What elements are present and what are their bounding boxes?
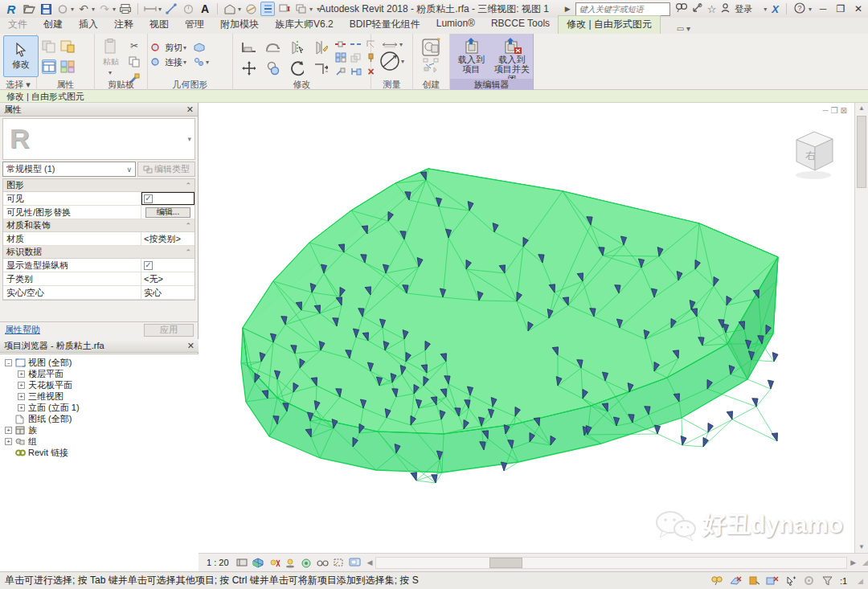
- switch-windows-icon[interactable]: [294, 2, 309, 16]
- signin-label[interactable]: 登录: [735, 3, 752, 15]
- edit-button[interactable]: 编辑...: [145, 207, 190, 218]
- communication-center-icon[interactable]: [692, 3, 702, 15]
- load-into-project-close-button[interactable]: 载入到 项目并关闭: [494, 37, 530, 84]
- selection-filter-icon[interactable]: [821, 575, 834, 587]
- horizontal-scrollbar[interactable]: [375, 557, 847, 569]
- cut-geometry-button[interactable]: 剪切: [165, 42, 182, 54]
- mirror-pick-axis-icon[interactable]: [289, 40, 304, 55]
- section-icon[interactable]: [244, 2, 258, 16]
- align-icon[interactable]: [241, 40, 256, 55]
- tab-视图[interactable]: 视图: [141, 16, 177, 34]
- help-icon[interactable]: ?: [794, 2, 805, 16]
- close-button[interactable]: ✕: [852, 3, 865, 14]
- tree-item[interactable]: +天花板平面: [0, 379, 199, 391]
- unpin-icon[interactable]: [334, 64, 348, 79]
- offset-icon[interactable]: [265, 40, 280, 55]
- property-section-header[interactable]: 图形⌃: [3, 179, 194, 192]
- scroll-up-icon[interactable]: ▲: [855, 103, 868, 114]
- split-element-icon[interactable]: [334, 37, 348, 51]
- tab-创建[interactable]: 创建: [35, 16, 71, 34]
- properties-palette-icon[interactable]: [42, 59, 56, 74]
- family-types-icon[interactable]: [60, 39, 75, 54]
- hscroll-left-icon[interactable]: ◀: [366, 558, 375, 567]
- view-restore-icon[interactable]: ❐: [831, 106, 841, 115]
- tab-Lumion®[interactable]: Lumion®: [428, 16, 483, 34]
- design-options-icon[interactable]: [747, 575, 760, 587]
- checkbox-icon[interactable]: ✓: [144, 194, 153, 203]
- expand-icon[interactable]: +: [5, 438, 12, 445]
- tab-族库大师V6.2[interactable]: 族库大师V6.2: [267, 16, 342, 34]
- copy-icon[interactable]: [265, 61, 280, 76]
- visual-style-icon[interactable]: [252, 557, 264, 568]
- horizontal-scroll-thumb[interactable]: [489, 558, 522, 568]
- signin-person-icon[interactable]: [721, 3, 730, 15]
- drawing-area[interactable]: ─❐⊠ 右 好丑dynamo: [199, 103, 854, 553]
- text-icon[interactable]: A: [198, 2, 212, 16]
- checkbox-icon[interactable]: ✓: [144, 261, 153, 270]
- solid-box-icon[interactable]: [194, 43, 205, 52]
- property-value[interactable]: 实心: [141, 286, 194, 299]
- temporary-view-properties-icon[interactable]: [349, 557, 361, 568]
- measure-caret2-icon[interactable]: ▾: [399, 41, 403, 48]
- create-similar-icon[interactable]: [423, 58, 440, 72]
- sync-caret-icon[interactable]: ▾: [71, 6, 74, 13]
- expand-icon[interactable]: +: [18, 382, 25, 389]
- tag-icon[interactable]: [181, 2, 195, 16]
- properties-help-link[interactable]: 属性帮助: [5, 324, 40, 336]
- aligned-dimension-icon[interactable]: [164, 2, 178, 16]
- scroll-down-icon[interactable]: ▼: [855, 542, 868, 553]
- load-into-project-button[interactable]: 载入到 项目: [453, 37, 489, 84]
- maximize-button[interactable]: ❐: [834, 3, 847, 14]
- section-collapse-icon[interactable]: ⌃: [185, 248, 191, 256]
- tab-注释[interactable]: 注释: [106, 16, 141, 34]
- move-icon[interactable]: [241, 61, 256, 76]
- tree-item[interactable]: 图纸 (全部): [0, 413, 199, 424]
- view-scale[interactable]: 1 : 20: [203, 558, 232, 567]
- search-icon[interactable]: [675, 2, 687, 15]
- tree-item[interactable]: +族: [0, 424, 199, 436]
- measure-caret-icon[interactable]: ▾: [158, 6, 162, 13]
- expand-icon[interactable]: +: [18, 370, 25, 378]
- minimize-button[interactable]: ─: [817, 3, 829, 14]
- tab-插入[interactable]: 插入: [71, 16, 106, 34]
- scale-icon[interactable]: [349, 51, 363, 65]
- diameter-caret-icon[interactable]: ▾: [401, 58, 404, 65]
- print-icon[interactable]: [118, 2, 133, 16]
- favorites-icon[interactable]: ☆: [707, 3, 717, 15]
- default-3d-view-icon[interactable]: [223, 2, 237, 16]
- tree-item[interactable]: +组: [0, 436, 199, 447]
- redo-caret-icon[interactable]: ▾: [113, 6, 116, 13]
- tab-modify-contextual[interactable]: 修改 | 自由形式图元: [558, 15, 661, 34]
- worksharing-display-icon[interactable]: [710, 575, 723, 587]
- thin-lines-icon[interactable]: [260, 2, 275, 16]
- array-icon[interactable]: [334, 51, 348, 65]
- property-section-header[interactable]: 标识数据⌃: [3, 246, 194, 259]
- measure-between-icon[interactable]: [381, 41, 399, 48]
- signin-caret-icon[interactable]: ▾: [764, 6, 767, 13]
- save-icon[interactable]: [39, 2, 53, 16]
- property-value[interactable]: ✓: [141, 259, 194, 272]
- render-dialog-icon[interactable]: [301, 557, 313, 568]
- property-value[interactable]: <按类别>: [141, 232, 194, 245]
- join-geometry-button[interactable]: 连接: [165, 56, 182, 68]
- crop-region-icon[interactable]: [333, 557, 345, 568]
- paint-icon[interactable]: [194, 57, 205, 67]
- property-value[interactable]: 编辑...: [141, 206, 194, 219]
- tree-item[interactable]: +楼层平面: [0, 368, 199, 379]
- properties-close-icon[interactable]: ✕: [186, 104, 194, 115]
- undo-caret-icon[interactable]: ▾: [92, 6, 95, 13]
- search-input[interactable]: [575, 2, 670, 16]
- vertical-scrollbar[interactable]: ▲ ▼: [854, 103, 868, 553]
- help-caret-icon[interactable]: ▾: [809, 6, 812, 13]
- property-value[interactable]: <无>: [141, 272, 194, 285]
- tab-BDIP轻量化组件[interactable]: BDIP轻量化组件: [342, 16, 428, 34]
- tree-item[interactable]: Revit 链接: [0, 447, 199, 458]
- infocenter-arrow-icon[interactable]: ▶: [565, 5, 571, 13]
- switch-windows-caret-icon[interactable]: ▾: [309, 6, 313, 13]
- paste-button[interactable]: 粘贴▾: [98, 37, 124, 77]
- press-drag-icon[interactable]: [784, 575, 797, 587]
- modify-button[interactable]: 修改: [3, 35, 39, 77]
- view-caret-icon[interactable]: ▾: [238, 6, 241, 13]
- tree-item[interactable]: +三维视图: [0, 391, 199, 402]
- undo-icon[interactable]: ↶: [76, 2, 91, 16]
